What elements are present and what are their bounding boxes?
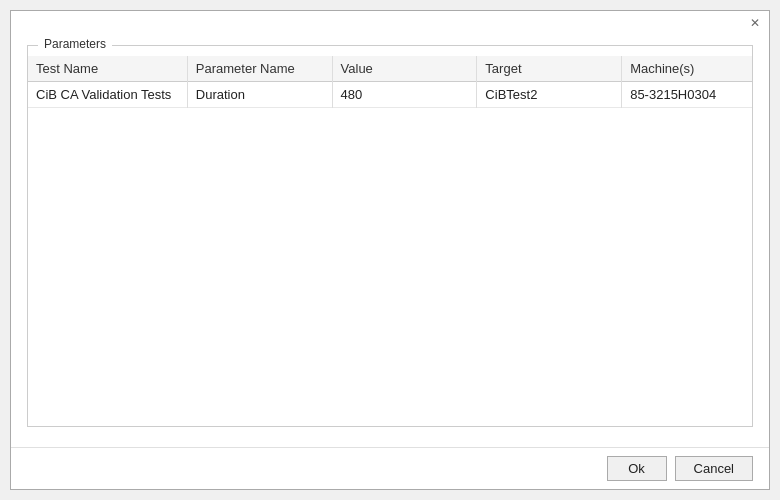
close-button[interactable]: ✕ bbox=[747, 15, 763, 31]
table-header-row: Test Name Parameter Name Value Target Ma… bbox=[28, 56, 752, 82]
cancel-button[interactable]: Cancel bbox=[675, 456, 753, 481]
dialog-footer: Ok Cancel bbox=[11, 447, 769, 489]
dialog-content: Parameters Test Name Parameter Name Valu… bbox=[11, 35, 769, 447]
col-header-param-name: Parameter Name bbox=[187, 56, 332, 82]
dialog: ✕ Parameters Test Name Parameter Name Va… bbox=[10, 10, 770, 490]
cell-param-name: Duration bbox=[187, 82, 332, 108]
cell-value: 480 bbox=[332, 82, 477, 108]
col-header-target: Target bbox=[477, 56, 622, 82]
parameters-section: Parameters Test Name Parameter Name Valu… bbox=[27, 45, 753, 427]
col-header-machines: Machine(s) bbox=[622, 56, 752, 82]
table-row[interactable]: CiB CA Validation TestsDuration480CiBTes… bbox=[28, 82, 752, 108]
cell-target: CiBTest2 bbox=[477, 82, 622, 108]
col-header-test-name: Test Name bbox=[28, 56, 187, 82]
title-bar: ✕ bbox=[11, 11, 769, 35]
parameters-table: Test Name Parameter Name Value Target Ma… bbox=[28, 56, 752, 108]
cell-machines: 85-3215H0304 bbox=[622, 82, 752, 108]
ok-button[interactable]: Ok bbox=[607, 456, 667, 481]
section-legend: Parameters bbox=[38, 37, 112, 51]
table-container: Test Name Parameter Name Value Target Ma… bbox=[28, 56, 752, 426]
col-header-value: Value bbox=[332, 56, 477, 82]
cell-test-name: CiB CA Validation Tests bbox=[28, 82, 187, 108]
